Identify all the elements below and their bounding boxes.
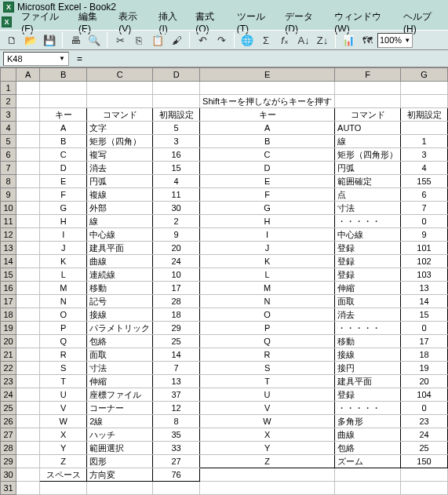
cell[interactable] bbox=[16, 335, 40, 348]
cell[interactable]: 25 bbox=[153, 335, 200, 348]
row-header[interactable]: 14 bbox=[1, 255, 16, 268]
cell[interactable]: 接円 bbox=[335, 362, 401, 375]
cell[interactable]: 曲線 bbox=[335, 428, 401, 442]
row-header[interactable]: 19 bbox=[1, 322, 16, 335]
cell[interactable]: Z bbox=[40, 455, 87, 468]
col-header[interactable]: E bbox=[200, 68, 335, 82]
cell[interactable]: U bbox=[200, 388, 335, 402]
cell[interactable]: スペース bbox=[40, 468, 87, 482]
cell[interactable] bbox=[16, 308, 40, 322]
cell[interactable] bbox=[16, 175, 40, 188]
sort-desc-icon[interactable]: Z↓ bbox=[314, 31, 331, 49]
cell[interactable] bbox=[401, 82, 448, 95]
open-icon[interactable]: 📂 bbox=[22, 31, 39, 49]
cell[interactable] bbox=[16, 268, 40, 282]
cell[interactable]: 8 bbox=[153, 415, 200, 428]
cell[interactable]: 13 bbox=[153, 375, 200, 388]
cell[interactable]: 文字 bbox=[87, 122, 153, 135]
cell[interactable]: P bbox=[40, 322, 87, 335]
cell[interactable]: C bbox=[200, 148, 335, 162]
cell[interactable] bbox=[16, 122, 40, 135]
cell[interactable] bbox=[16, 162, 40, 175]
cell[interactable]: 1 bbox=[401, 135, 448, 148]
cell[interactable]: ハッチ bbox=[87, 428, 153, 442]
cell[interactable]: 伸縮 bbox=[335, 282, 401, 295]
menu-help[interactable]: ヘルプ(H) bbox=[399, 9, 446, 36]
new-icon[interactable]: 🗋 bbox=[3, 31, 20, 49]
cell[interactable]: L bbox=[200, 268, 335, 282]
cell[interactable]: 155 bbox=[401, 175, 448, 188]
cell[interactable]: M bbox=[200, 282, 335, 295]
cell[interactable]: 35 bbox=[153, 428, 200, 442]
cell[interactable] bbox=[16, 295, 40, 308]
cell[interactable]: 外部 bbox=[87, 202, 153, 215]
col-header[interactable]: B bbox=[40, 68, 87, 82]
cell[interactable]: 方向変 bbox=[87, 468, 153, 482]
cell[interactable] bbox=[87, 482, 153, 495]
save-icon[interactable]: 💾 bbox=[41, 31, 58, 49]
row-header[interactable]: 10 bbox=[1, 202, 16, 215]
cell[interactable] bbox=[200, 82, 335, 95]
cell[interactable]: E bbox=[40, 175, 87, 188]
cell[interactable]: 33 bbox=[153, 442, 200, 455]
formula-equals[interactable]: = bbox=[72, 53, 87, 64]
cell[interactable] bbox=[153, 95, 200, 108]
cell[interactable] bbox=[16, 108, 40, 122]
cell[interactable]: 線 bbox=[87, 215, 153, 228]
cell[interactable] bbox=[153, 82, 200, 95]
cell[interactable]: 17 bbox=[401, 335, 448, 348]
cell[interactable]: コマンド bbox=[335, 108, 401, 122]
cell[interactable] bbox=[153, 482, 200, 495]
col-header[interactable]: C bbox=[87, 68, 153, 82]
cell[interactable]: L bbox=[40, 268, 87, 282]
undo-icon[interactable]: ↶ bbox=[194, 31, 211, 49]
cell[interactable]: P bbox=[200, 322, 335, 335]
cell[interactable] bbox=[16, 188, 40, 202]
cell[interactable] bbox=[16, 282, 40, 295]
cell[interactable]: V bbox=[40, 402, 87, 415]
cell[interactable]: B bbox=[200, 135, 335, 148]
cell[interactable] bbox=[16, 482, 40, 495]
cell[interactable] bbox=[40, 482, 87, 495]
cell[interactable] bbox=[16, 402, 40, 415]
cell[interactable]: ・・・・・ bbox=[335, 322, 401, 335]
cell[interactable]: 建具平面 bbox=[87, 242, 153, 255]
spreadsheet-grid[interactable]: A B C D E F G 12Shiftキーを押しながらキーを押す3キーコマン… bbox=[0, 67, 448, 495]
cell[interactable]: R bbox=[200, 348, 335, 362]
cell[interactable]: 104 bbox=[401, 388, 448, 402]
cell[interactable]: G bbox=[200, 202, 335, 215]
cell[interactable]: I bbox=[40, 228, 87, 242]
zoom-combo[interactable]: 100% ▼ bbox=[377, 33, 413, 48]
cell[interactable]: 矩形（四角） bbox=[87, 135, 153, 148]
row-header[interactable]: 21 bbox=[1, 348, 16, 362]
cell[interactable]: 4 bbox=[401, 162, 448, 175]
cell[interactable]: 接線 bbox=[335, 348, 401, 362]
cell[interactable] bbox=[16, 362, 40, 375]
cell[interactable]: K bbox=[40, 255, 87, 268]
cell[interactable]: キー bbox=[40, 108, 87, 122]
cell[interactable]: 11 bbox=[153, 188, 200, 202]
cell[interactable] bbox=[401, 468, 448, 482]
cell[interactable]: W bbox=[40, 415, 87, 428]
cell[interactable] bbox=[16, 255, 40, 268]
cell[interactable]: 範囲確定 bbox=[335, 175, 401, 188]
cell[interactable]: H bbox=[200, 215, 335, 228]
hyperlink-icon[interactable]: 🌐 bbox=[239, 31, 256, 49]
cell[interactable] bbox=[16, 148, 40, 162]
row-header[interactable]: 1 bbox=[1, 82, 16, 95]
cell[interactable] bbox=[401, 122, 448, 135]
row-header[interactable]: 5 bbox=[1, 135, 16, 148]
cell[interactable]: 寸法 bbox=[335, 202, 401, 215]
cell[interactable]: 18 bbox=[401, 348, 448, 362]
cell[interactable]: 3 bbox=[153, 135, 200, 148]
cell[interactable] bbox=[16, 348, 40, 362]
cell[interactable]: 0 bbox=[401, 402, 448, 415]
cell[interactable]: コーナー bbox=[87, 402, 153, 415]
cell[interactable]: 0 bbox=[401, 322, 448, 335]
sort-asc-icon[interactable]: A↓ bbox=[295, 31, 312, 49]
cell[interactable] bbox=[16, 135, 40, 148]
cell[interactable]: 中心線 bbox=[87, 228, 153, 242]
cell[interactable]: Q bbox=[40, 335, 87, 348]
cell[interactable]: 建具平面 bbox=[335, 375, 401, 388]
cell[interactable]: 14 bbox=[153, 348, 200, 362]
